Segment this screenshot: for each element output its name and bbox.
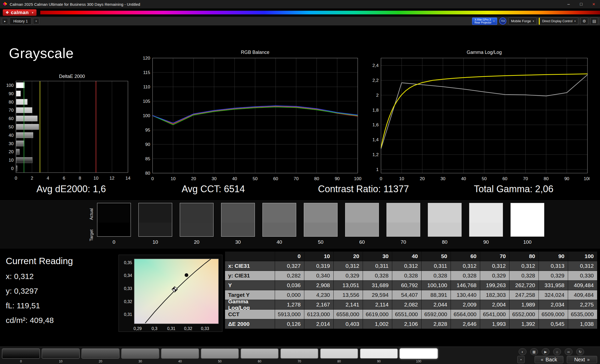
pattern-button-70[interactable] xyxy=(280,348,318,359)
svg-text:0: 0 xyxy=(11,166,14,171)
svg-text:80: 80 xyxy=(145,171,150,176)
table-cell: 0,312 xyxy=(509,261,539,271)
pattern-button-60[interactable] xyxy=(240,348,279,359)
gear-icon[interactable]: ⚙ xyxy=(580,18,588,25)
pattern-icon[interactable]: ▦ xyxy=(530,348,538,355)
swatch-actual-patch xyxy=(511,203,544,223)
svg-text:10: 10 xyxy=(171,176,176,181)
table-cell: 1,278 xyxy=(275,300,304,309)
panel-toggle-icon[interactable]: ▤ xyxy=(590,18,598,25)
swatch-target-patch xyxy=(387,223,420,236)
table-cell: 0,329 xyxy=(334,271,363,280)
table-corner-cell xyxy=(225,252,275,261)
next-button[interactable]: Next » xyxy=(567,356,597,363)
meter-profile-badge[interactable]: 703 xyxy=(499,18,506,25)
pattern-button-90[interactable] xyxy=(360,348,398,359)
pattern-button-30[interactable] xyxy=(121,348,159,359)
meter-icon[interactable]: ◐ xyxy=(519,348,526,355)
table-cell: 5913,000 xyxy=(275,310,304,319)
deltae-bar-50 xyxy=(16,124,39,130)
svg-text:6: 6 xyxy=(63,176,65,181)
tab-history-1[interactable]: History 1 xyxy=(10,18,31,25)
swatch-target-patch xyxy=(139,223,172,236)
grayscale-swatch-90 xyxy=(469,203,503,237)
table-cell: 6123,000 xyxy=(304,310,333,319)
svg-text:120: 120 xyxy=(143,56,150,61)
table-cell: 0,328 xyxy=(509,271,539,280)
grayscale-swatch-50 xyxy=(304,203,338,237)
swatch-target-patch xyxy=(97,223,131,236)
swatch-level-label: 70 xyxy=(386,239,420,245)
table-cell: 2,034 xyxy=(539,300,568,309)
pattern-button-40[interactable] xyxy=(161,348,199,359)
maximize-button[interactable]: □ xyxy=(575,0,587,8)
table-cell: 324,024 xyxy=(539,290,568,300)
continuous-icon[interactable]: ∞ xyxy=(565,348,573,355)
pattern-button-10[interactable] xyxy=(42,348,80,359)
display-control-dropdown[interactable]: Direct Display Control ▾ xyxy=(539,18,578,25)
table-cell: 2,106 xyxy=(392,319,421,329)
svg-text:10: 10 xyxy=(9,158,14,163)
swatch-level-label: 100 xyxy=(511,239,544,245)
table-cell: 2,908 xyxy=(304,281,333,290)
pattern-button-0[interactable] xyxy=(2,348,40,359)
table-cell: 262,720 xyxy=(509,281,539,290)
table-cell: 0,545 xyxy=(539,319,568,329)
add-tab-button[interactable]: + xyxy=(33,18,39,24)
back-button[interactable]: « Back xyxy=(535,356,563,363)
pattern-button-50[interactable] xyxy=(201,348,239,359)
play-icon[interactable]: ▶ xyxy=(542,348,549,355)
pattern-button-80[interactable] xyxy=(320,348,358,359)
swatch-level-label: 90 xyxy=(469,239,503,245)
next-icon: » xyxy=(587,357,590,362)
swatch-level-label: 80 xyxy=(428,239,462,245)
svg-text:70: 70 xyxy=(9,108,14,113)
svg-text:0,29: 0,29 xyxy=(133,326,142,331)
calman-menu-button[interactable]: ❖ calman ▾ xyxy=(3,9,37,16)
gamma-chart: Gamma Log/Log 2,42,221,81,61,41,21010203… xyxy=(368,48,590,181)
swatch-level-label: 20 xyxy=(180,239,214,245)
history-expand-button[interactable]: ▸ xyxy=(2,18,8,24)
deltae-bar-30 xyxy=(16,141,24,146)
table-cell: 2,167 xyxy=(304,300,333,309)
table-cell: 2,082 xyxy=(392,300,421,309)
svg-text:40: 40 xyxy=(9,133,14,138)
table-cell: 409,484 xyxy=(568,281,597,290)
table-cell: 2,014 xyxy=(304,319,333,329)
svg-text:50: 50 xyxy=(9,124,14,129)
meter-dropdown[interactable]: X-Rite i1Pro 3 Rear Projector ▾ xyxy=(472,18,497,25)
deltae-bar-60 xyxy=(16,116,37,121)
table-cell: 0,000 xyxy=(275,290,304,300)
svg-text:60: 60 xyxy=(9,116,14,121)
rgb-balance-chart-svg: 1201151101051009590858001020304050607080… xyxy=(141,56,363,182)
minimize-button[interactable]: – xyxy=(562,0,575,8)
table-cell: 2,141 xyxy=(334,300,363,309)
swatch-target-patch xyxy=(428,223,461,236)
swatch-actual-patch xyxy=(97,203,131,223)
table-row-label: ΔE 2000 xyxy=(225,319,275,329)
table-cell: 247,258 xyxy=(509,290,539,300)
svg-text:0,3: 0,3 xyxy=(152,326,157,331)
svg-text:80: 80 xyxy=(314,176,319,181)
pattern-window-button[interactable]: ▪ xyxy=(517,356,525,363)
svg-text:105: 105 xyxy=(143,99,150,104)
close-button[interactable]: × xyxy=(587,0,600,8)
table-cell: 409,484 xyxy=(568,290,597,300)
pattern-button-label: 20 xyxy=(81,360,120,363)
swatch-target-patch xyxy=(345,223,379,236)
deltae-chart-title: DeltaE 2000 xyxy=(16,74,128,79)
svg-text:20: 20 xyxy=(9,149,14,154)
svg-text:95: 95 xyxy=(145,128,150,133)
pattern-button-label: 80 xyxy=(320,360,358,363)
table-row-label: Gamma Log/Log xyxy=(225,300,275,309)
table-cell: 0,282 xyxy=(275,271,304,280)
table-cell: 6535,000 xyxy=(568,310,597,319)
svg-text:2: 2 xyxy=(376,93,379,98)
pattern-button-20[interactable] xyxy=(81,348,120,359)
source-dropdown[interactable]: Mobile Forge ▾ xyxy=(508,18,537,25)
refresh-icon[interactable]: ↻ xyxy=(576,348,584,355)
table-cell: 199,263 xyxy=(480,281,509,290)
home-icon[interactable]: ⌂ xyxy=(553,348,561,355)
pattern-button-100[interactable] xyxy=(400,348,438,359)
table-cell: 6619,000 xyxy=(363,310,392,319)
